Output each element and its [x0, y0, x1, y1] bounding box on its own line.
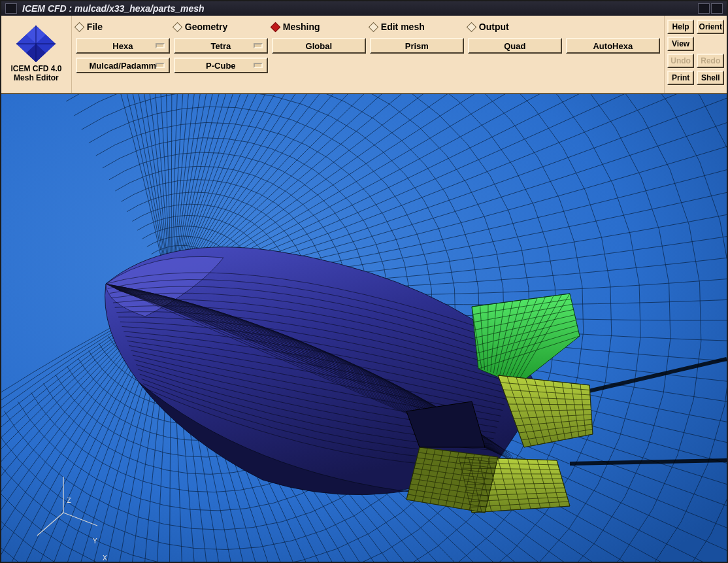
menu-file-label: File [87, 22, 103, 32]
redo-label: Redo [701, 56, 720, 65]
dropdown-icon [254, 43, 263, 48]
menu-file[interactable]: File [76, 22, 174, 32]
diamond-icon [173, 22, 183, 32]
app-name-line2: Mesh Editor [14, 73, 59, 82]
autohexa-label: AutoHexa [593, 41, 633, 51]
undo-button[interactable]: Undo [667, 54, 695, 68]
undo-label: Undo [670, 56, 691, 65]
diamond-icon [369, 22, 379, 32]
help-button[interactable]: Help [667, 20, 695, 34]
orient-label: Orient [699, 22, 722, 31]
toolbar-panel: ICEM CFD 4.0 Mesh Editor File Geometry [1, 16, 727, 94]
pcube-label: P-Cube [206, 61, 236, 71]
axis-z-label: Z [67, 496, 71, 505]
menu-edit-mesh-label: Edit mesh [381, 22, 425, 32]
diamond-icon [271, 22, 281, 32]
window-title-bar: ICEM CFD : mulcad/x33_hexa/parts_mesh [1, 1, 727, 16]
side-button-column: Help Orient View Undo Redo Print Shell [664, 16, 727, 93]
menu-meshing-label: Meshing [283, 22, 320, 32]
axis-y-label: Y [93, 537, 97, 545]
pcube-button[interactable]: P-Cube [174, 58, 268, 73]
app-name-label: ICEM CFD 4.0 Mesh Editor [10, 65, 61, 83]
view-label: View [672, 39, 689, 48]
shell-button[interactable]: Shell [697, 71, 724, 85]
app-name-line1: ICEM CFD 4.0 [10, 64, 61, 73]
hexa-label: Hexa [112, 41, 133, 51]
menu-edit-mesh[interactable]: Edit mesh [370, 22, 468, 32]
dropdown-icon [156, 63, 165, 68]
tool-row-1: Hexa Tetra Global Prism Quad [76, 38, 660, 54]
autohexa-button[interactable]: AutoHexa [566, 38, 660, 54]
prism-label: Prism [405, 41, 429, 51]
print-button[interactable]: Print [667, 71, 695, 85]
diamond-icon [467, 22, 477, 32]
diamond-icon [74, 22, 85, 32]
shell-label: Shell [701, 73, 720, 82]
mulcad-button[interactable]: Mulcad/Padamm [76, 58, 170, 73]
app-logo-icon [16, 26, 56, 62]
print-label: Print [672, 73, 689, 82]
tool-row-2: Mulcad/Padamm P-Cube [76, 58, 660, 73]
dropdown-icon [156, 43, 165, 48]
hexa-button[interactable]: Hexa [76, 38, 170, 54]
window-title: ICEM CFD : mulcad/x33_hexa/parts_mesh [22, 3, 697, 14]
redo-button[interactable]: Redo [697, 54, 724, 68]
app-logo-cell: ICEM CFD 4.0 Mesh Editor [1, 16, 72, 93]
menu-meshing[interactable]: Meshing [272, 22, 370, 32]
mesh-viewport[interactable]: Z Y X [1, 94, 727, 562]
dropdown-icon [254, 63, 263, 68]
menu-output-label: Output [479, 22, 509, 32]
global-button[interactable]: Global [272, 38, 366, 54]
view-button[interactable]: View [667, 37, 695, 51]
tetra-label: Tetra [210, 41, 231, 51]
orient-button[interactable]: Orient [697, 20, 724, 34]
menu-geometry-label: Geometry [185, 22, 227, 32]
tetra-button[interactable]: Tetra [174, 38, 268, 54]
prism-button[interactable]: Prism [370, 38, 464, 54]
axis-x-label: X [103, 554, 107, 562]
quad-label: Quad [504, 41, 525, 51]
help-label: Help [672, 22, 689, 31]
mesh-render [1, 94, 727, 562]
menu-output[interactable]: Output [468, 22, 566, 32]
maximize-button[interactable] [711, 3, 723, 14]
menu-geometry[interactable]: Geometry [174, 22, 272, 32]
minimize-button[interactable] [698, 3, 710, 14]
mulcad-label: Mulcad/Padamm [90, 61, 157, 71]
menu-row: File Geometry Meshing Edit mesh [76, 20, 660, 34]
quad-button[interactable]: Quad [468, 38, 562, 54]
window-menu-button[interactable] [5, 3, 17, 14]
global-label: Global [306, 41, 332, 51]
menu-area: File Geometry Meshing Edit mesh [72, 16, 664, 93]
